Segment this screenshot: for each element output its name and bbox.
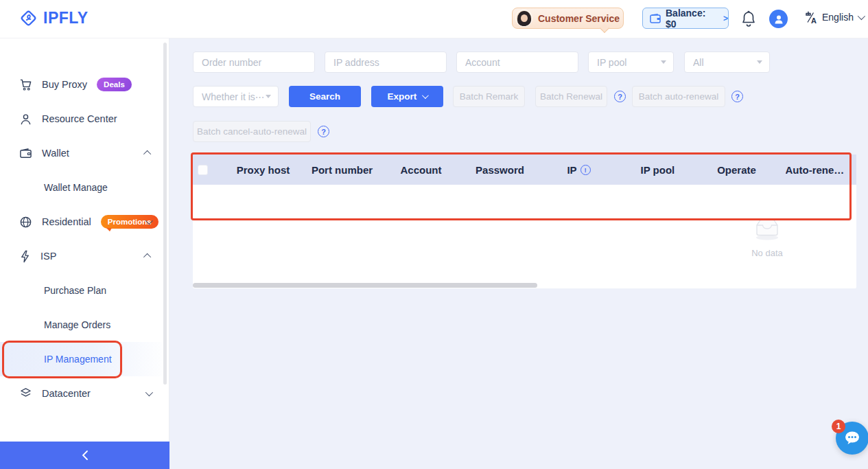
sidebar-item-label: Datacenter [42,388,91,397]
globe-icon [19,216,32,229]
customer-service-label: Customer Service [538,13,620,24]
translate-icon: A [804,10,818,24]
batch-auto-renewal-button[interactable]: Batch auto-renewal [632,86,725,107]
column-ip: IP ! [539,164,618,176]
logo[interactable]: IPFLY [19,9,89,27]
bolt-icon [19,250,31,263]
batch-renewal-button[interactable]: Batch Renewal [535,86,607,107]
balance-label: Balance: $0 [666,8,718,30]
table-select-all-cell [193,165,224,175]
chat-unread-badge: 1 [832,420,845,433]
ip-table: Proxy host Port number Account Password … [193,155,856,288]
batch-renewal-help-icon[interactable]: ? [614,91,626,102]
search-button[interactable]: Search [289,86,361,107]
sidebar: Buy Proxy Deals Resource Center Wallet W… [0,38,169,442]
sidebar-collapse-button[interactable] [0,442,169,469]
whether-select[interactable]: Whether it is⋯ [193,86,279,107]
chevron-up-icon [143,253,151,261]
batch-cancel-auto-renewal-button[interactable]: Batch cancel-auto-renewal [193,121,311,142]
sidebar-menu: Buy Proxy Deals Resource Center Wallet W… [0,38,169,397]
column-ip-pool: IP pool [618,164,697,176]
column-proxy-host: Proxy host [224,164,303,176]
ip-address-input[interactable] [325,52,447,73]
chevron-down-icon [858,12,865,20]
logo-text: IPFLY [43,9,89,27]
ip-pool-select-value: IP pool [597,57,626,68]
batch-auto-renewal-label: Batch auto-renewal [639,91,718,102]
sidebar-item-label: Wallet [42,148,69,159]
batch-remark-button[interactable]: Batch Remark [453,86,525,107]
column-password: Password [460,164,539,176]
wallet-icon [19,147,32,160]
empty-box-icon [751,216,783,241]
export-button[interactable]: Export [371,86,443,107]
whether-select-value: Whether it is⋯ [202,91,265,102]
export-button-label: Export [388,91,417,102]
sidebar-subitem-label: IP Management [44,354,112,365]
balance-arrow-icon: > [723,14,728,23]
deals-badge: Deals [97,78,132,91]
empty-state: No data [733,216,801,258]
page: IPFLY Customer Service Balance: $0 > [0,0,868,469]
logo-icon [19,9,38,27]
user-avatar[interactable] [769,10,788,28]
customer-service-button[interactable]: Customer Service [512,8,624,29]
notification-bell-icon[interactable] [741,10,756,28]
sidebar-item-datacenter[interactable]: Datacenter [0,376,169,397]
sidebar-item-wallet-manage[interactable]: Wallet Manage [0,170,169,205]
chevron-down-icon [145,389,153,396]
language-selector[interactable]: A English [804,10,863,24]
caret-down-icon [266,95,271,98]
ip-info-icon[interactable]: ! [580,165,591,175]
top-header: IPFLY Customer Service Balance: $0 > [0,0,868,38]
type-select[interactable]: All [684,52,770,73]
batch-remark-label: Batch Remark [460,91,519,102]
sidebar-item-label: Resource Center [42,113,117,124]
svg-text:A: A [811,16,817,25]
batch-cancel-auto-renewal-label: Batch cancel-auto-renewal [197,126,307,137]
sidebar-item-ip-management[interactable]: IP Management [0,342,169,376]
balance-button[interactable]: Balance: $0 > [642,8,729,29]
sidebar-item-label: Buy Proxy [42,79,87,90]
sidebar-subitem-label: Wallet Manage [44,182,108,193]
sidebar-subitem-label: Purchase Plan [44,285,106,296]
table-header-row: Proxy host Port number Account Password … [193,155,856,185]
sidebar-item-resource-center[interactable]: Resource Center [0,102,169,136]
column-port-number: Port number [303,164,382,176]
cart-icon [19,78,32,91]
sidebar-item-buy-proxy[interactable]: Buy Proxy Deals [0,67,169,102]
caret-down-icon [661,60,666,64]
column-account: Account [382,164,460,176]
batch-renewal-label: Batch Renewal [540,91,602,102]
horizontal-scrollbar[interactable] [193,283,537,288]
type-select-value: All [693,57,704,68]
customer-service-avatar [515,10,532,27]
wallet-icon [650,14,661,23]
sidebar-item-isp[interactable]: ISP [0,239,169,273]
language-label: English [822,12,854,23]
sidebar-scrollbar[interactable] [163,43,167,385]
empty-state-label: No data [733,248,801,258]
order-number-input[interactable] [193,52,315,73]
sidebar-item-label: ISP [40,251,56,262]
ip-pool-select[interactable]: IP pool [588,52,674,73]
sidebar-item-purchase-plan[interactable]: Purchase Plan [0,273,169,308]
caret-down-icon [757,60,762,64]
chevron-down-icon [422,92,429,99]
user-icon [19,113,32,126]
sidebar-item-residential[interactable]: Residential Promotions [0,205,169,239]
select-all-checkbox[interactable] [198,165,208,175]
batch-cancel-help-icon[interactable]: ? [318,126,329,137]
sidebar-subitem-label: Manage Orders [44,319,110,330]
account-input[interactable] [456,52,578,73]
column-auto-renewal: Auto-renewal [776,164,855,176]
sidebar-item-manage-orders[interactable]: Manage Orders [0,308,169,342]
sidebar-item-label: Residential [42,216,91,227]
sidebar-item-wallet[interactable]: Wallet [0,136,169,170]
column-operate: Operate [697,164,776,176]
datacenter-icon [19,387,32,398]
chevron-up-icon [143,150,151,158]
batch-auto-renewal-help-icon[interactable]: ? [731,91,743,102]
main-content: IP pool All Whether it is⋯ Search Export… [169,38,868,469]
search-button-label: Search [309,91,340,102]
